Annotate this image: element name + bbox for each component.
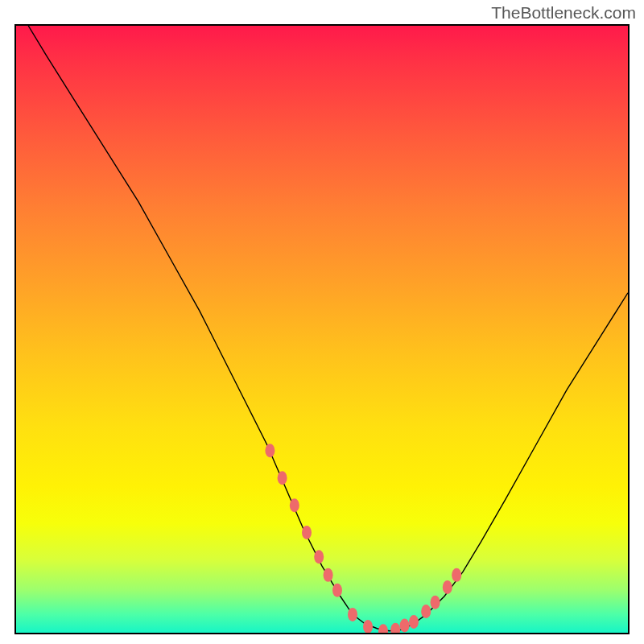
highlight-dot xyxy=(314,550,324,564)
bottleneck-curve xyxy=(28,26,628,631)
highlight-dot xyxy=(332,584,342,597)
highlight-dot xyxy=(443,580,452,594)
highlight-dot xyxy=(348,608,357,621)
highlight-dot xyxy=(390,623,400,633)
watermark-text: TheBottleneck.com xyxy=(491,3,636,23)
highlight-dot xyxy=(452,568,461,582)
highlight-dot xyxy=(278,471,287,485)
curve-svg xyxy=(16,26,628,633)
highlight-dot xyxy=(265,444,275,457)
highlight-dot xyxy=(431,596,440,609)
highlight-dot xyxy=(290,498,299,512)
chart-container: TheBottleneck.com xyxy=(0,0,644,644)
trough-dots xyxy=(265,444,461,633)
highlight-dot xyxy=(409,615,419,629)
highlight-dot xyxy=(324,568,333,582)
highlight-dot xyxy=(400,618,410,632)
plot-area xyxy=(14,24,630,634)
highlight-dot xyxy=(302,526,312,539)
highlight-dot xyxy=(363,620,373,633)
highlight-dot xyxy=(421,605,431,618)
highlight-dot xyxy=(378,624,388,633)
